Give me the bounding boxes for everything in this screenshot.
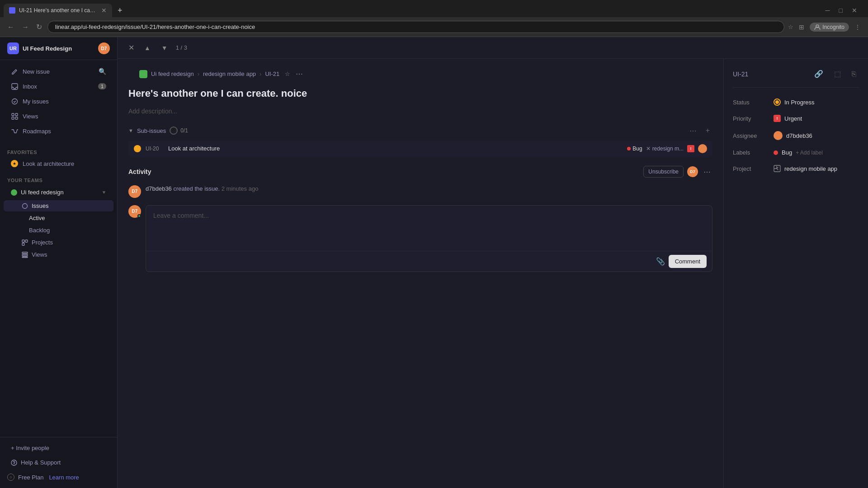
- add-label-button[interactable]: + Add label: [796, 150, 823, 156]
- subissues-more-button[interactable]: ⋯: [687, 126, 699, 136]
- issue-main: Ui feed redesign › redesign mobile app ›…: [118, 59, 723, 488]
- your-teams-section-label: Your teams: [0, 170, 117, 185]
- comment-placeholder[interactable]: Leave a comment...: [146, 206, 712, 251]
- attach-button[interactable]: 📎: [656, 257, 665, 266]
- sidebar-brand[interactable]: UR UI Feed Redesign: [7, 42, 72, 54]
- next-issue-button[interactable]: ▼: [159, 42, 170, 53]
- sidebar-item-backlog[interactable]: Backlog: [4, 225, 113, 236]
- help-support-button[interactable]: Help & Support: [4, 455, 113, 469]
- subissue-user-avatar: [698, 144, 707, 153]
- project-icon: [774, 165, 781, 172]
- new-tab-button[interactable]: +: [114, 4, 126, 17]
- sidebar-item-issues[interactable]: Issues: [4, 200, 113, 211]
- add-subissue-button[interactable]: +: [703, 126, 712, 136]
- status-value[interactable]: In Progress: [774, 99, 814, 106]
- breadcrumb-more-button[interactable]: ⋯: [296, 70, 303, 78]
- sidebar-item-active[interactable]: Active: [4, 212, 113, 224]
- window-close-button[interactable]: ✕: [848, 5, 861, 16]
- sidebar-item-projects[interactable]: Projects: [4, 237, 113, 248]
- team-header[interactable]: Ui feed redesign ▼: [4, 185, 113, 199]
- edit-icon: [11, 68, 18, 75]
- sidebar-item-views[interactable]: Views: [4, 109, 113, 123]
- status-property: Status In Progress: [733, 99, 859, 106]
- views-sub-icon: [22, 252, 28, 258]
- subissue-item[interactable]: UI-20 Look at architecture Bug ✕ redesig…: [128, 141, 712, 157]
- labels-value[interactable]: Bug + Add label: [774, 149, 823, 156]
- window-minimize-button[interactable]: ─: [822, 5, 834, 16]
- plan-label: Free Plan: [18, 474, 43, 481]
- comment-input-wrapper[interactable]: Leave a comment... 📎 Comment: [146, 205, 712, 272]
- refresh-button[interactable]: ↻: [34, 21, 44, 33]
- labels-property: Labels Bug + Add label: [733, 149, 859, 156]
- activity-title: Activity: [128, 168, 643, 175]
- issues-sub-icon: [22, 203, 28, 209]
- svg-point-7: [23, 203, 28, 208]
- incognito-badge: Incognito: [810, 23, 849, 32]
- issue-title[interactable]: Here's another one I can create. noice: [128, 87, 712, 100]
- window-maximize-button[interactable]: □: [835, 5, 846, 16]
- breadcrumb-project[interactable]: redesign mobile app: [203, 70, 256, 77]
- online-indicator: [137, 214, 141, 218]
- more-options-button[interactable]: ⋮: [853, 22, 863, 33]
- new-issue-button[interactable]: New issue 🔍: [4, 64, 113, 79]
- svg-rect-10: [22, 243, 24, 245]
- issue-description[interactable]: Add description...: [128, 108, 712, 115]
- project-label: redesign m...: [652, 145, 684, 152]
- assignee-value[interactable]: d7bdeb36: [774, 131, 812, 140]
- subissues-header: ▼ Sub-issues 0/1 ⋯ +: [128, 126, 712, 136]
- priority-property: Priority ! Urgent: [733, 115, 859, 122]
- user-avatar[interactable]: D7: [98, 42, 110, 54]
- main-content: ✕ ▲ ▼ 1 / 3 Ui feed redesign › redesign …: [118, 37, 868, 488]
- project-text: redesign mobile app: [784, 165, 837, 172]
- address-bar: ← → ↻ linear.app/ui-feed-redesign/issue/…: [0, 17, 868, 37]
- roadmaps-label: Roadmaps: [23, 128, 106, 135]
- open-in-new-button[interactable]: ⬚: [831, 68, 844, 80]
- bug-tag: Bug: [627, 145, 642, 152]
- active-tab[interactable]: UI-21 Here's another one I can c... ✕: [4, 4, 112, 17]
- svg-rect-5: [12, 117, 14, 119]
- backlog-label: Backlog: [29, 227, 50, 234]
- subissues-label: Sub-issues: [137, 127, 166, 134]
- breadcrumb-star-button[interactable]: ☆: [285, 70, 290, 77]
- extensions-button[interactable]: ⊞: [797, 22, 806, 33]
- project-tag: ✕ redesign m...: [646, 145, 684, 152]
- subissues-toggle-button[interactable]: ▼: [128, 128, 133, 133]
- forward-button[interactable]: →: [20, 21, 31, 33]
- close-issue-button[interactable]: ✕: [127, 42, 136, 54]
- active-label: Active: [29, 215, 45, 221]
- invite-people-button[interactable]: + Invite people: [0, 441, 117, 455]
- comment-submit-button[interactable]: Comment: [669, 255, 707, 268]
- search-icon[interactable]: 🔍: [99, 68, 106, 75]
- bookmark-button[interactable]: ☆: [788, 23, 793, 30]
- url-bar[interactable]: linear.app/ui-feed-redesign/issue/UI-21/…: [47, 21, 784, 33]
- sidebar-item-roadmaps[interactable]: Roadmaps: [4, 124, 113, 138]
- assignee-label: Assignee: [733, 132, 774, 139]
- assignee-text: d7bdeb36: [786, 132, 812, 139]
- prev-issue-button[interactable]: ▲: [142, 42, 153, 53]
- favorite-item-architecture[interactable]: ★ Look at architecture: [4, 157, 113, 170]
- bug-label: Bug: [632, 145, 642, 152]
- activity-avatar: D7: [128, 185, 141, 198]
- unsubscribe-button[interactable]: Unsubscribe: [643, 166, 684, 178]
- sidebar-item-my-issues[interactable]: My issues: [4, 94, 113, 108]
- issue-toolbar: ✕ ▲ ▼ 1 / 3: [118, 37, 868, 59]
- upgrade-button[interactable]: Learn more: [49, 474, 79, 481]
- back-button[interactable]: ←: [5, 21, 16, 33]
- project-value[interactable]: redesign mobile app: [774, 165, 837, 172]
- priority-value[interactable]: ! Urgent: [774, 115, 802, 122]
- tab-close-button[interactable]: ✕: [101, 7, 107, 14]
- subissues-section: ▼ Sub-issues 0/1 ⋯ +: [128, 126, 712, 157]
- sidebar-item-views-sub[interactable]: Views: [4, 249, 113, 260]
- labels-label: Labels: [733, 149, 774, 156]
- subissue-id: UI-20: [146, 145, 164, 152]
- copy-link-button[interactable]: 🔗: [811, 68, 826, 80]
- more-actions-button[interactable]: ⎘: [849, 68, 859, 80]
- svg-rect-12: [22, 254, 28, 256]
- inbox-label: Inbox: [23, 83, 94, 90]
- activity-more-button[interactable]: ⋯: [702, 166, 712, 178]
- breadcrumb-team[interactable]: Ui feed redesign: [151, 70, 194, 77]
- project-icon-x: ✕: [646, 145, 651, 152]
- activity-actions: Unsubscribe D7 ⋯: [643, 166, 712, 178]
- sidebar-item-inbox[interactable]: Inbox 1: [4, 79, 113, 94]
- svg-rect-3: [12, 113, 14, 116]
